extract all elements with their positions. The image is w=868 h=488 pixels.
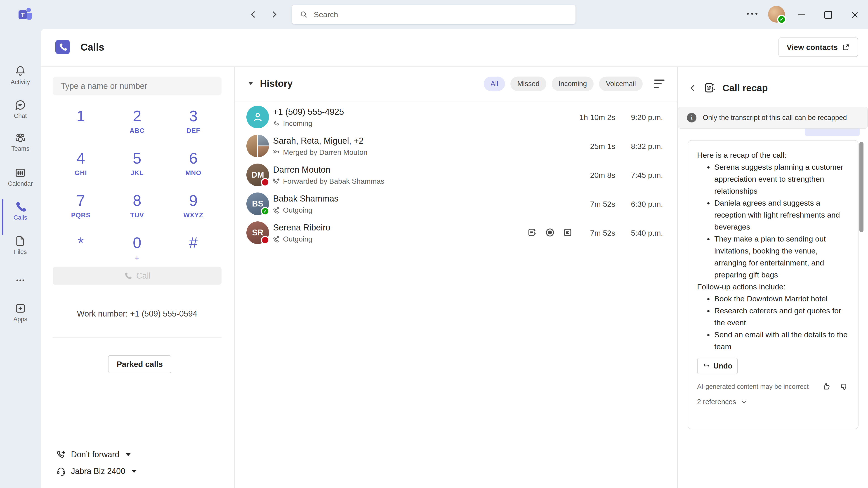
user-avatar[interactable]: ✓ [768, 6, 785, 23]
filter-all[interactable]: All [484, 76, 505, 91]
file-icon [0, 235, 41, 247]
call-button-label: Call [136, 271, 151, 281]
dial-key-3[interactable]: 3DEF [165, 104, 221, 147]
dial-input[interactable] [60, 81, 214, 91]
collapse-history-icon[interactable] [248, 82, 253, 85]
sidebar-item-teams[interactable]: Teams [0, 132, 41, 152]
call-row[interactable]: Sarah, Reta, Miguel, +2 Merged by Darren… [234, 131, 677, 160]
header-divider [41, 66, 868, 67]
recap-followup-list: Book the Downtown Marriot hotel Research… [697, 293, 849, 353]
thumbs-up-icon[interactable] [822, 382, 831, 392]
bell-icon [0, 65, 41, 77]
recap-bullet: Daniela agrees and suggests a reception … [713, 197, 849, 233]
filter-incoming[interactable]: Incoming [552, 76, 594, 91]
sidebar-item-files[interactable]: Files [0, 235, 41, 256]
nav-forward-icon[interactable] [269, 9, 279, 20]
maximize-button[interactable] [823, 10, 833, 20]
dial-key-6[interactable]: 6MNO [165, 147, 221, 189]
call-detail: Incoming [272, 119, 312, 128]
recap-bullet: Serena suggests planning a customer appr… [713, 161, 849, 197]
sidebar-item-apps[interactable]: Apps [0, 302, 41, 323]
outgoing-call-icon [272, 206, 280, 215]
thumbs-down-icon[interactable] [839, 382, 849, 392]
call-time: 5:40 p.m. [618, 229, 663, 237]
dial-key-4[interactable]: 4GHI [53, 147, 109, 189]
filter-missed[interactable]: Missed [510, 76, 546, 91]
sidebar-item-activity[interactable]: Activity [0, 65, 41, 86]
apps-plus-icon [0, 302, 41, 315]
dial-key-5[interactable]: 5JKL [109, 147, 165, 189]
dial-key-1[interactable]: 1 [53, 104, 109, 147]
external-link-icon [842, 43, 850, 51]
call-row[interactable]: DM Darren Mouton Forwarded by Babak Sham… [234, 160, 677, 189]
call-time: 6:30 p.m. [618, 200, 663, 208]
page-title: Calls [81, 41, 104, 53]
nav-back-icon[interactable] [249, 9, 258, 20]
teams-logo: T [17, 6, 33, 22]
dial-key-8[interactable]: 8TUV [109, 189, 165, 231]
dial-key-7[interactable]: 7PQRS [53, 189, 109, 231]
close-button[interactable] [850, 10, 860, 20]
dial-key-2[interactable]: 2ABC [109, 104, 165, 147]
recap-scrollbar[interactable] [860, 142, 864, 232]
filter-icon[interactable] [654, 79, 664, 90]
recap-panel-title: Call recap [722, 83, 768, 94]
parked-calls-label: Parked calls [117, 360, 163, 369]
filter-voicemail[interactable]: Voicemail [599, 76, 643, 91]
search-input[interactable] [313, 10, 540, 19]
call-detail: Outgoing [272, 206, 312, 215]
presence-available-badge: ✓ [777, 15, 786, 24]
sidebar-item-calls[interactable]: Calls [0, 201, 41, 221]
ai-disclaimer: AI-generated content may be incorrect [697, 383, 809, 390]
undo-button[interactable]: Undo [697, 358, 738, 375]
presence-available-badge: ✓ [261, 207, 270, 216]
caller-name: Darren Mouton [273, 165, 330, 175]
call-row[interactable]: +1 (509) 555-4925 Incoming 1h 10m 2s 9:2… [234, 103, 677, 131]
dial-key-9[interactable]: 9WXYZ [165, 189, 221, 231]
history-filters: All Missed Incoming Voicemail [484, 76, 643, 91]
headset-icon [56, 466, 66, 476]
caller-name: Babak Shammas [273, 194, 338, 203]
merged-call-icon [272, 149, 280, 157]
call-recap-icon[interactable] [527, 227, 537, 238]
recap-intro: Here is a recap of the call: [697, 149, 849, 161]
sidebar-item-more[interactable] [0, 274, 41, 287]
forwarding-setting[interactable]: Don’t forward [56, 450, 131, 459]
caller-name: Serena Ribeiro [273, 223, 330, 232]
undo-label: Undo [713, 362, 733, 370]
sidebar-item-label: Activity [0, 78, 41, 86]
call-button[interactable]: Call [53, 267, 221, 285]
call-row[interactable]: BS ✓ Babak Shammas Outgoing 7m 52s 6:30 … [234, 189, 677, 218]
back-icon[interactable] [688, 83, 698, 93]
call-time: 8:32 p.m. [618, 142, 663, 151]
call-duration: 1h 10m 2s [548, 113, 615, 122]
audio-device-setting[interactable]: Jabra Biz 2400 [56, 466, 136, 476]
more-options-icon[interactable] [747, 13, 757, 15]
references-toggle[interactable]: 2 references [697, 398, 849, 406]
sidebar-item-label: Calls [0, 214, 41, 221]
sidebar-item-label: Chat [0, 112, 41, 120]
recap-banner-text: Only the transcript of this call can be … [703, 113, 847, 122]
sidebar-item-chat[interactable]: Chat [0, 99, 41, 120]
presence-busy-badge [261, 178, 270, 187]
minimize-button[interactable] [797, 10, 807, 20]
info-icon: i [687, 113, 696, 123]
recap-bullet: Research caterers and get quotes for the… [713, 305, 849, 329]
call-row-selected[interactable]: SR Serena Ribeiro Outgoing 7m 52s 5:40 p… [234, 218, 677, 247]
sidebar-item-label: Files [0, 249, 41, 256]
view-contacts-button[interactable]: View contacts [778, 37, 858, 57]
outgoing-call-icon [272, 235, 280, 243]
phone-icon [0, 201, 41, 213]
call-time: 9:20 p.m. [618, 113, 663, 122]
presence-busy-badge [261, 236, 270, 245]
sidebar-item-label: Calendar [0, 180, 41, 187]
avatar: SR [246, 221, 269, 244]
recap-followup-heading: Follow-up actions include: [697, 281, 849, 293]
sidebar-item-calendar[interactable]: Calendar [0, 167, 41, 187]
forwarding-label: Don’t forward [71, 450, 119, 459]
parked-calls-button[interactable]: Parked calls [108, 355, 171, 373]
chevron-down-icon [131, 470, 136, 473]
search-bar[interactable] [292, 5, 576, 24]
call-detail: Outgoing [272, 235, 312, 243]
avatar: DM [246, 164, 269, 186]
